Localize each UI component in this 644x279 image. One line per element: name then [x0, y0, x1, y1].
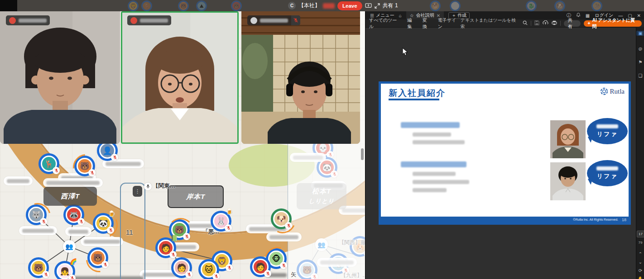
- attachments-icon[interactable]: ❏: [636, 73, 644, 78]
- search-icon[interactable]: [523, 20, 528, 26]
- user-name-pill[interactable]: [65, 227, 91, 236]
- video-tile-3[interactable]: [241, 11, 360, 144]
- comments-icon[interactable]: ＠: [636, 46, 644, 52]
- map-avatar[interactable]: 🐱: [198, 259, 219, 279]
- map-avatar[interactable]: 🦝: [63, 204, 84, 225]
- map-avatar[interactable]: 🧑: [171, 257, 192, 278]
- participant-1: [0, 11, 120, 144]
- redacted-name: [46, 181, 100, 185]
- muted-mic-icon: [185, 271, 192, 278]
- share-button[interactable]: 共有: [564, 20, 581, 27]
- company-logo: Rutla: [600, 87, 625, 96]
- save-icon[interactable]: [534, 20, 539, 26]
- redacted-name-line: [401, 122, 460, 128]
- map-avatar-faint: 🐻: [178, 0, 189, 11]
- muted-mic-icon: [111, 154, 118, 161]
- map-avatar-faint: 🦥: [591, 0, 602, 11]
- hand-tool-icon[interactable]: ✋: [636, 276, 644, 279]
- screen: 💀🐼🐻🐧🐹松本Tしりとり【関西】藤…【九州】…👥 🦌🐻👤🐺🦝🐼🍺🐻🐻👧🌈🐻🐰🍺🧑…: [0, 0, 644, 279]
- page-thumbnails-icon[interactable]: ▣: [636, 31, 644, 36]
- accessory-icon: 🌈: [70, 258, 77, 265]
- user-name-pill[interactable]: [4, 176, 33, 185]
- accessory-icon: 🍺: [226, 208, 233, 215]
- user-name-pill[interactable]: [266, 232, 302, 241]
- title-underline: [389, 99, 439, 100]
- muted-mic-icon: [77, 218, 85, 225]
- muted-mic-icon: [101, 261, 109, 268]
- user-name-pill[interactable]: [81, 237, 123, 246]
- upload-cloud-icon[interactable]: [543, 20, 548, 26]
- map-avatar[interactable]: 🧑: [250, 256, 271, 277]
- zone-menu-button[interactable]: ⋮: [133, 186, 142, 197]
- bubble-text: リファ: [597, 172, 618, 180]
- ovice-avatar-icon: [9, 17, 16, 24]
- map-avatar[interactable]: 🐻: [74, 156, 95, 176]
- group-hub-icon[interactable]: 👥: [63, 240, 76, 253]
- search-input[interactable]: テキストまたはツールを検索: [461, 17, 519, 30]
- team-label[interactable]: 岸本T: [168, 185, 224, 208]
- screen-share-icon[interactable]: [365, 3, 372, 9]
- muted-mic-icon: [42, 271, 49, 278]
- video-tile-1[interactable]: [0, 11, 120, 144]
- map-scrollbar-thumb[interactable]: [361, 148, 364, 160]
- map-text-label: 矢: [291, 271, 296, 279]
- refresh-icon[interactable]: ⟳: [636, 268, 644, 273]
- redacted-name: [7, 179, 29, 183]
- page-number-input[interactable]: 17: [637, 231, 644, 237]
- map-text-label: 「悪…: [203, 228, 219, 236]
- redacted-name: [68, 230, 88, 234]
- acrobat-toolbar: すべてのツール編集変換電子サイン テキストまたはツールを検索 共有: [365, 19, 644, 28]
- ovice-avatar-icon: [130, 17, 137, 24]
- map-avatar[interactable]: 🐻: [87, 247, 108, 268]
- team-label[interactable]: 西澤T: [43, 187, 97, 206]
- team-label-text: 岸本T: [186, 193, 205, 201]
- muted-mic-icon: [212, 273, 220, 279]
- ai-assistant-button[interactable]: ✦ AI アシスタントに質問: [584, 20, 642, 27]
- muted-mic-icon: [291, 15, 300, 25]
- expand-icon[interactable]: [375, 3, 380, 9]
- user-name-pill[interactable]: [43, 178, 103, 187]
- muted-mic-icon: [40, 218, 47, 225]
- video-tile-2-active-speaker[interactable]: [121, 11, 239, 144]
- map-avatar[interactable]: 🧑📗: [155, 237, 176, 258]
- redacted-name-line: [401, 161, 466, 167]
- page-up-icon[interactable]: ⌃: [636, 251, 644, 256]
- print-icon[interactable]: [552, 20, 557, 26]
- map-avatar[interactable]: 🦌: [38, 153, 59, 174]
- map-avatar-faint: 🦌: [141, 0, 152, 11]
- map-avatar[interactable]: 🐼🍺: [93, 213, 114, 234]
- team-label-text: 西澤T: [61, 192, 80, 201]
- muted-mic-icon: [280, 262, 287, 269]
- map-avatar-faint: 🦁: [128, 0, 139, 11]
- redacted-text-line: [413, 188, 447, 192]
- redacted-name: [269, 235, 298, 239]
- muted-mic-icon: [68, 274, 76, 279]
- speech-bubble: リファ: [587, 118, 628, 144]
- map-avatar[interactable]: 🐻: [28, 257, 49, 278]
- accessory-icon: 🍺: [108, 210, 115, 217]
- muted-mic-icon: [53, 167, 60, 174]
- copyright: ©Rutla Inc. All Rights Reserved.: [573, 218, 618, 221]
- toolbar-item-電子サイン[interactable]: 電子サイン: [438, 17, 461, 30]
- participant-1-name-chip: [6, 15, 50, 25]
- participant-2: [122, 13, 237, 142]
- toolbar-item-編集[interactable]: 編集: [407, 17, 416, 30]
- redacted-text-line: [413, 180, 469, 184]
- map-avatar-faint: ⛰: [196, 0, 207, 11]
- mouse-cursor: [402, 47, 408, 56]
- leave-button[interactable]: Leave: [337, 1, 362, 10]
- map-avatar[interactable]: 🐶: [271, 208, 292, 229]
- bookmarks-icon[interactable]: ⚑: [636, 60, 644, 65]
- page-down-icon[interactable]: ⌄: [636, 260, 644, 265]
- redacted-name: [106, 162, 141, 166]
- redacted-name: [596, 166, 618, 170]
- page-total-label: 79: [636, 241, 644, 245]
- slide-footer: ©Rutla Inc. All Rights Reserved. 18: [381, 217, 629, 222]
- toolbar-item-変換[interactable]: 変換: [423, 17, 432, 30]
- redacted-name: [84, 240, 120, 244]
- map-avatar[interactable]: 👧🌈: [54, 261, 75, 279]
- map-avatar[interactable]: 🐺: [26, 204, 47, 225]
- toolbar-item-すべてのツール[interactable]: すべてのツール: [369, 17, 401, 30]
- participant-3-name-chip: [247, 15, 300, 25]
- muted-mic-icon: [169, 251, 177, 258]
